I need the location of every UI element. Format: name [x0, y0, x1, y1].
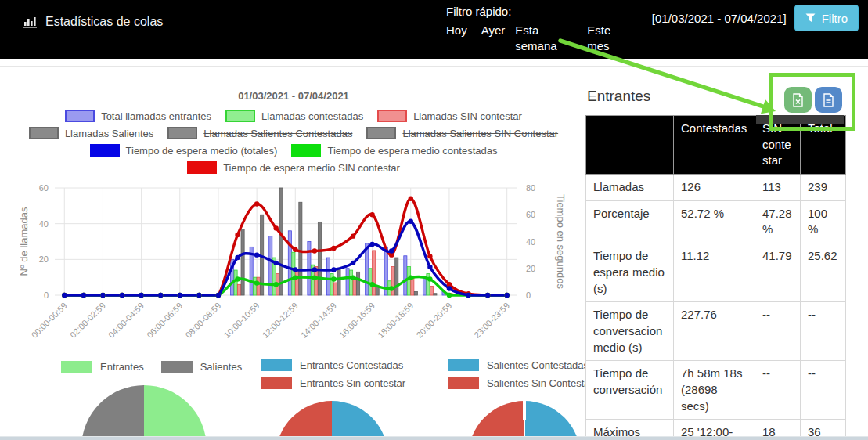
quick-filter-este-mes[interactable]: Este mes: [587, 23, 625, 54]
legend-label: Llamadas SIN contestar: [413, 110, 522, 122]
legend-swatch: [167, 127, 197, 139]
legend-item[interactable]: Llamadas Salientes Contestadas: [167, 127, 352, 139]
cell: 126: [674, 175, 755, 201]
column-header: Contestadas: [674, 116, 755, 175]
export-buttons: [784, 87, 842, 113]
row-label: Porcentaje: [586, 200, 674, 243]
quick-filter-esta-semana[interactable]: Esta semana: [515, 23, 564, 54]
file-lines-icon: [823, 93, 834, 107]
filter-button[interactable]: Filtro: [794, 5, 859, 31]
app-title-group: Estadísticas de colas: [23, 15, 163, 29]
date-range: [01/03/2021 - 07/04/2021]: [652, 12, 787, 25]
file-excel-icon: [792, 93, 804, 107]
cell: 25.62: [801, 243, 846, 302]
svg-text:20: 20: [39, 254, 49, 264]
svg-text:40: 40: [526, 237, 535, 247]
pie-legend-item[interactable]: Salientes Sin Contestar: [448, 377, 593, 389]
pie-legend-swatch: [448, 359, 479, 371]
cell: --: [755, 361, 801, 420]
pie-legend-swatch: [161, 361, 193, 373]
bar-chart-icon: [23, 16, 38, 28]
cell: 11.12: [674, 243, 755, 302]
table-row: Tiempo de conversación7h 58m 18s (28698 …: [586, 361, 846, 420]
pie-legend-swatch: [261, 359, 292, 371]
entrantes-table: ContestadasSIN contestarTotal Llamadas12…: [585, 115, 846, 440]
cell: 52.72 %: [674, 200, 755, 243]
chart-title: 01/03/2021 - 07/04/2021: [16, 90, 571, 102]
legend-item[interactable]: Tiempo de espera medio (totales): [90, 144, 278, 157]
legend-swatch: [90, 144, 120, 157]
legend-item[interactable]: Llamadas contestadas: [225, 110, 363, 122]
header-divider: [0, 66, 868, 67]
funnel-icon: [805, 13, 816, 23]
export-file-button[interactable]: [815, 87, 842, 113]
export-excel-button[interactable]: [784, 87, 812, 113]
table-row: Tiempo de espera medio (s)11.1241.7925.6…: [586, 243, 846, 302]
quick-filter-ayer[interactable]: Ayer: [481, 23, 506, 38]
legend-label: Tiempo de espera medio SIN contestar: [223, 162, 400, 174]
svg-text:10:00-10:59: 10:00-10:59: [222, 301, 261, 340]
svg-text:40: 40: [39, 219, 49, 229]
column-header: [586, 116, 674, 175]
cell: 239: [801, 175, 846, 201]
svg-text:04:00-04:59: 04:00-04:59: [106, 301, 146, 340]
page: Estadísticas de colas Filtro rápido: Hoy…: [0, 0, 868, 440]
svg-text:12:00-12:59: 12:00-12:59: [261, 301, 300, 340]
legend-swatch: [29, 127, 59, 139]
pie-legend-item[interactable]: Entrantes Sin contestar: [261, 377, 405, 389]
pie-legend-item[interactable]: Entrantes: [61, 361, 144, 373]
pie-legend-item[interactable]: Salientes: [161, 361, 242, 373]
svg-text:00:00-00:59: 00:00-00:59: [30, 301, 69, 340]
quick-filters: HoyAyerEsta semanaEste mes: [446, 23, 657, 54]
pie-legend-label: Entrantes Sin contestar: [300, 377, 405, 389]
pie-legend-label: Entrantes Contestadas: [300, 359, 403, 371]
header-right: [01/03/2021 - 07/04/2021] Filtro: [652, 5, 859, 31]
legend-item[interactable]: Total llamadas entrantes: [65, 110, 211, 122]
table-row: Llamadas126113239: [586, 175, 846, 201]
pie-legend-salientes: Salientes ContestadasSalientes Sin Conte…: [448, 359, 593, 389]
pie-salientes-contestadas: [468, 401, 581, 440]
entrantes-heading: Entrantes: [587, 88, 650, 105]
pie-entrantes-contestadas: [276, 401, 388, 440]
row-label: Tiempo de conversación: [586, 361, 674, 420]
pie-legend-item[interactable]: Entrantes Contestadas: [261, 359, 403, 371]
legend-label: Llamadas Salientes: [65, 128, 153, 139]
legend-item[interactable]: Llamadas Salientes: [29, 127, 153, 139]
app-header: Estadísticas de colas Filtro rápido: Hoy…: [0, 0, 868, 59]
pie-legend-item[interactable]: Salientes Contestadas: [448, 359, 589, 371]
legend-item[interactable]: Tiempo de espera medio SIN contestar: [187, 161, 400, 174]
legend-swatch: [225, 110, 255, 122]
legend-label: Tiempo de espera medio (totales): [126, 145, 278, 157]
quick-filter-label: Filtro rápido:: [446, 5, 657, 18]
svg-text:23:00-23:59: 23:00-23:59: [472, 301, 511, 340]
legend-swatch: [187, 161, 217, 174]
pie-legend-swatch: [61, 361, 92, 373]
horizontal-scrollbar[interactable]: [0, 436, 868, 440]
pie-legend-label: Salientes: [200, 361, 242, 373]
svg-text:14:00-14:59: 14:00-14:59: [299, 301, 338, 340]
cell: 227.76: [674, 302, 755, 361]
svg-text:16:00-16:59: 16:00-16:59: [337, 301, 376, 340]
pie-entrantes-vs-salientes: [81, 385, 207, 440]
pie-legend-label: Salientes Contestadas: [487, 359, 589, 371]
row-label: Tiempo de espera medio (s): [586, 243, 674, 302]
cell: 41.79: [755, 243, 801, 302]
legend-label: Total llamadas entrantes: [101, 110, 211, 122]
cell: 47.28 %: [755, 200, 801, 243]
pie-legend-label: Salientes Sin Contestar: [487, 377, 593, 389]
cell: 7h 58m 18s (28698 secs): [674, 361, 755, 420]
chart-legend: Total llamadas entrantesLlamadas contest…: [16, 109, 571, 175]
cell: --: [755, 302, 801, 361]
quick-filter-hoy[interactable]: Hoy: [446, 23, 467, 38]
legend-label: Llamadas contestadas: [261, 110, 363, 122]
row-label: Llamadas: [586, 175, 674, 201]
table-row: Porcentaje52.72 %47.28 %100 %: [586, 200, 846, 243]
legend-item[interactable]: Llamadas SIN contestar: [377, 110, 522, 122]
svg-text:08:00-08:59: 08:00-08:59: [183, 301, 222, 340]
svg-text:Nº de llamadas: Nº de llamadas: [18, 207, 30, 276]
svg-text:80: 80: [526, 183, 535, 193]
svg-text:60: 60: [39, 183, 49, 193]
legend-item[interactable]: Tiempo de espera medio contestadas: [291, 144, 497, 157]
legend-item[interactable]: Llamadas Salientes SIN Contestar: [366, 127, 558, 139]
cell: --: [801, 302, 846, 361]
